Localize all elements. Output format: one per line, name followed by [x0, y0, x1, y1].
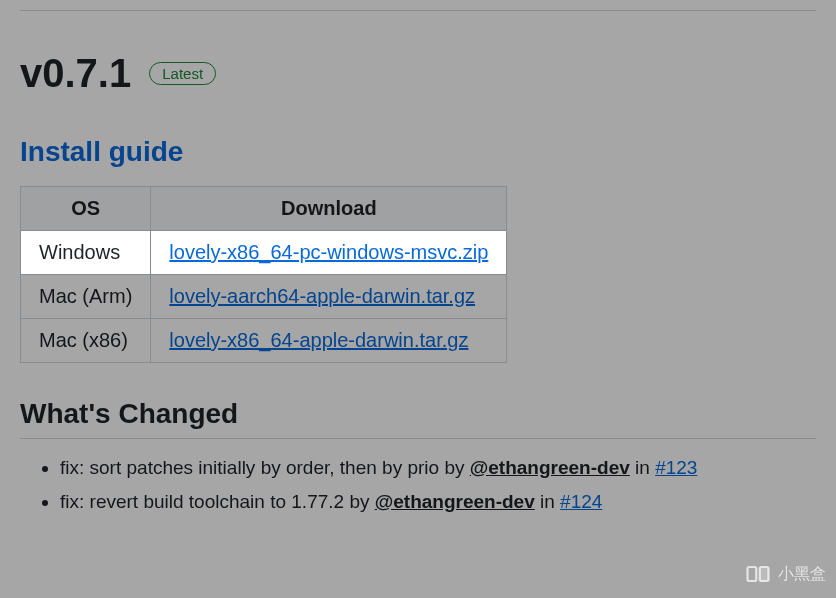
list-item: fix: sort patches initially by order, th… [60, 451, 816, 485]
change-mid: in [630, 457, 655, 478]
whats-changed-heading: What's Changed [20, 398, 816, 439]
table-row: Windows lovely-x86_64-pc-windows-msvc.zi… [21, 231, 507, 275]
pr-link[interactable]: #124 [560, 491, 602, 512]
watermark: 小黑盒 [744, 560, 826, 588]
table-row: Mac (Arm) lovely-aarch64-apple-darwin.ta… [21, 275, 507, 319]
svg-rect-0 [748, 567, 757, 581]
change-mid: in [535, 491, 560, 512]
table-header-download: Download [151, 187, 507, 231]
changes-list: fix: sort patches initially by order, th… [20, 451, 816, 519]
change-text: fix: revert build toolchain to 1.77.2 by [60, 491, 375, 512]
list-item: fix: revert build toolchain to 1.77.2 by… [60, 485, 816, 519]
download-link[interactable]: lovely-aarch64-apple-darwin.tar.gz [169, 285, 475, 307]
download-link[interactable]: lovely-x86_64-pc-windows-msvc.zip [169, 241, 488, 263]
os-cell: Windows [21, 231, 151, 275]
change-text: fix: sort patches initially by order, th… [60, 457, 470, 478]
svg-rect-1 [760, 567, 769, 581]
version-title: v0.7.1 [20, 51, 131, 96]
author-link[interactable]: @ethangreen-dev [375, 491, 535, 512]
watermark-text: 小黑盒 [778, 564, 826, 585]
version-row: v0.7.1 Latest [20, 51, 816, 96]
latest-badge: Latest [149, 62, 216, 85]
author-link[interactable]: @ethangreen-dev [470, 457, 630, 478]
install-guide-link[interactable]: Install guide [20, 136, 183, 168]
download-table: OS Download Windows lovely-x86_64-pc-win… [20, 186, 507, 363]
watermark-icon [744, 560, 772, 588]
table-header-os: OS [21, 187, 151, 231]
release-content: v0.7.1 Latest Install guide OS Download … [0, 10, 836, 539]
release-header: v0.7.1 Latest Install guide OS Download … [20, 10, 816, 519]
os-cell: Mac (x86) [21, 319, 151, 363]
table-row: Mac (x86) lovely-x86_64-apple-darwin.tar… [21, 319, 507, 363]
pr-link[interactable]: #123 [655, 457, 697, 478]
os-cell: Mac (Arm) [21, 275, 151, 319]
download-link[interactable]: lovely-x86_64-apple-darwin.tar.gz [169, 329, 468, 351]
